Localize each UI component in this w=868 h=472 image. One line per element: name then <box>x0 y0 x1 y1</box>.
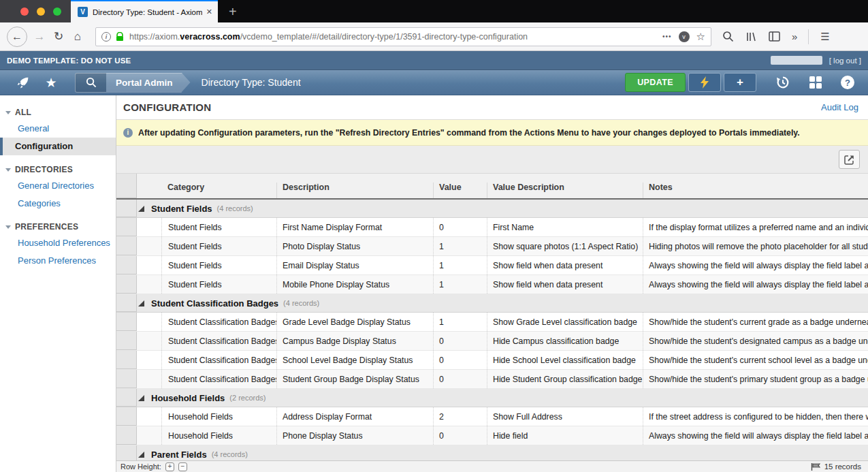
cell-value[interactable]: 1 <box>433 256 487 274</box>
pocket-icon[interactable]: v <box>679 31 690 42</box>
cell-notes[interactable]: Always showing the field will always dis… <box>643 426 868 445</box>
row-gutter[interactable] <box>116 200 137 217</box>
sidebar-section-all[interactable]: ALL <box>0 105 116 120</box>
cell-category[interactable]: Student Classification Badges <box>161 332 276 350</box>
row-height-increase-button[interactable]: + <box>165 462 174 471</box>
cell-notes[interactable]: Always showing the field will always dis… <box>643 256 868 274</box>
cell-value[interactable]: 0 <box>433 218 487 236</box>
browser-tab[interactable]: V Directory Type: Student - Axiom ✕ <box>71 0 218 22</box>
sidebar-section-preferences[interactable]: PREFERENCES <box>0 219 116 234</box>
cell-notes[interactable]: Hiding photos will remove the photo plac… <box>643 237 868 255</box>
row-gutter[interactable] <box>116 237 137 255</box>
zoom-window-button[interactable] <box>53 7 61 16</box>
site-info-icon[interactable]: i <box>101 32 111 42</box>
bookmark-star-icon[interactable]: ☆ <box>696 31 705 43</box>
cell-value-description[interactable]: Show field when data present <box>487 275 643 294</box>
row-height-decrease-button[interactable]: − <box>178 462 187 471</box>
cell-value-description[interactable]: Hide Campus classification badge <box>487 332 643 350</box>
home-button[interactable]: ⌂ <box>68 30 87 44</box>
cell-description[interactable]: School Level Badge Display Status <box>276 351 433 369</box>
row-gutter[interactable] <box>116 389 137 407</box>
sidebar-item-configuration[interactable]: Configuration <box>0 138 116 155</box>
sidebar-item-household-preferences[interactable]: Household Preferences <box>0 234 116 252</box>
sidebar-item-general[interactable]: General <box>0 120 116 138</box>
column-header-category[interactable]: Category <box>161 183 276 198</box>
cell-category[interactable]: Student Fields <box>161 237 276 255</box>
page-actions-icon[interactable]: ••• <box>662 33 672 40</box>
cell-category[interactable]: Student Fields <box>161 275 276 294</box>
library-icon[interactable] <box>745 31 757 42</box>
close-window-button[interactable] <box>20 7 29 16</box>
cell-value-description[interactable]: Hide Student Group classification badge <box>487 370 643 388</box>
cell-category[interactable]: Student Fields <box>161 218 276 236</box>
cell-notes[interactable]: If the display format utilizes a preferr… <box>643 218 868 236</box>
history-icon[interactable] <box>775 75 790 90</box>
apps-grid-icon[interactable] <box>809 76 822 89</box>
cell-notes[interactable]: Show/hide the student's primary student … <box>643 370 868 388</box>
row-gutter[interactable] <box>116 426 137 445</box>
address-bar[interactable]: i https://axiom.veracross.com/vcdemo_tem… <box>95 27 711 46</box>
cell-value-description[interactable]: Show square photos (1:1 Aspect Ratio) <box>487 237 643 255</box>
forward-button[interactable]: → <box>30 30 49 44</box>
row-gutter[interactable] <box>116 218 137 236</box>
collapse-group-icon[interactable] <box>138 395 144 401</box>
logout-link[interactable]: [ log out ] <box>829 57 861 65</box>
favorites-star-icon[interactable]: ★ <box>39 75 63 91</box>
new-tab-button[interactable]: + <box>229 1 237 22</box>
search-icon[interactable] <box>722 31 734 42</box>
update-button[interactable]: UPDATE <box>625 73 686 92</box>
back-button[interactable]: ← <box>7 27 27 47</box>
cell-value[interactable]: 0 <box>433 426 487 445</box>
row-gutter[interactable] <box>116 256 137 274</box>
cell-description[interactable]: Mobile Phone Display Status <box>276 275 433 294</box>
sidebar-section-directories[interactable]: DIRECTORIES <box>0 162 116 177</box>
cell-category[interactable]: Student Fields <box>161 256 276 274</box>
help-icon[interactable]: ? <box>841 76 854 89</box>
quick-actions-button[interactable] <box>688 73 721 92</box>
cell-notes[interactable]: Show/hide the student's designated campu… <box>643 332 868 350</box>
cell-value[interactable]: 0 <box>433 332 487 350</box>
collapse-group-icon[interactable] <box>138 300 144 306</box>
search-button[interactable] <box>75 73 106 93</box>
cell-value-description[interactable]: Show Grade Level classification badge <box>487 313 643 331</box>
cell-value-description[interactable]: First Name <box>487 218 643 236</box>
cell-value-description[interactable]: Show Full Address <box>487 407 643 426</box>
cell-value[interactable]: 1 <box>433 313 487 331</box>
cell-category[interactable]: Household Fields <box>161 407 276 426</box>
cell-description[interactable]: Campus Badge Display Status <box>276 332 433 350</box>
column-header-value[interactable]: Value <box>433 183 487 198</box>
cell-description[interactable]: Photo Display Status <box>276 237 433 255</box>
cell-value-description[interactable]: Show field when data present <box>487 256 643 274</box>
row-gutter[interactable] <box>116 313 137 331</box>
close-tab-icon[interactable]: ✕ <box>206 7 212 16</box>
cell-category[interactable]: Student Classification Badges <box>161 370 276 388</box>
collapse-group-icon[interactable] <box>138 452 144 458</box>
column-header-value-description[interactable]: Value Description <box>487 183 643 198</box>
row-gutter[interactable] <box>116 407 137 426</box>
cell-description[interactable]: Email Display Status <box>276 256 433 274</box>
open-in-new-window-button[interactable] <box>839 150 860 169</box>
cell-notes[interactable]: Show/hide the student's current school l… <box>643 351 868 369</box>
row-gutter[interactable] <box>116 294 137 312</box>
column-header-description[interactable]: Description <box>276 183 433 198</box>
cell-value[interactable]: 1 <box>433 275 487 294</box>
sidebar-item-categories[interactable]: Categories <box>0 195 116 213</box>
add-record-button[interactable]: + <box>724 73 756 92</box>
sidebar-toggle-icon[interactable] <box>769 31 780 42</box>
cell-value[interactable]: 2 <box>433 407 487 426</box>
row-gutter[interactable] <box>116 332 137 350</box>
cell-notes[interactable]: Always showing the field will always dis… <box>643 275 868 294</box>
audit-log-link[interactable]: Audit Log <box>821 102 858 112</box>
row-gutter[interactable] <box>116 275 137 294</box>
launch-icon[interactable] <box>11 76 34 90</box>
column-header-notes[interactable]: Notes <box>643 183 868 198</box>
cell-notes[interactable]: Show/hide the student's current grade as… <box>643 313 868 331</box>
cell-value[interactable]: 1 <box>433 237 487 255</box>
minimize-window-button[interactable] <box>37 7 45 16</box>
cell-description[interactable]: First Name Display Format <box>276 218 433 236</box>
sidebar-item-general-directories[interactable]: General Directories <box>0 177 116 195</box>
row-gutter[interactable] <box>116 370 137 388</box>
cell-description[interactable]: Student Group Badge Display Status <box>276 370 433 388</box>
reload-button[interactable]: ↻ <box>49 29 68 44</box>
row-gutter[interactable] <box>116 445 137 460</box>
